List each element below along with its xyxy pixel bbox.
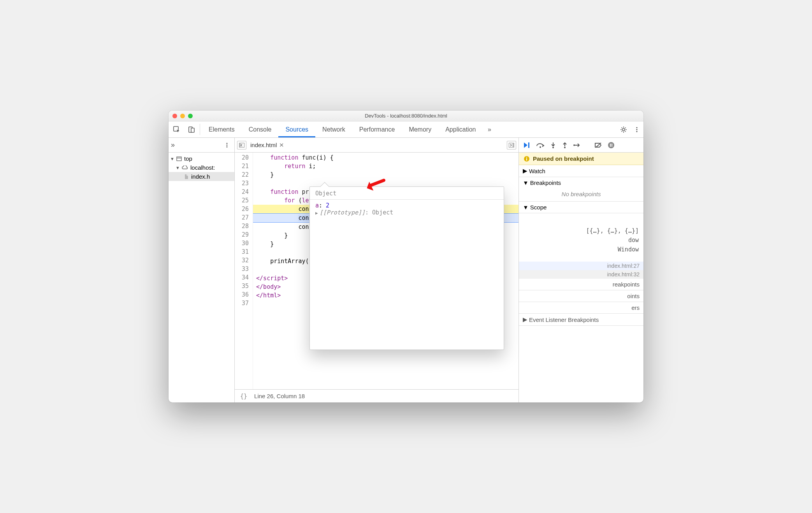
titlebar: DevTools - localhost:8080/index.html bbox=[169, 111, 643, 121]
svg-point-9 bbox=[227, 146, 228, 148]
devtools-window: DevTools - localhost:8080/index.html Ele… bbox=[169, 111, 643, 402]
svg-rect-23 bbox=[610, 144, 611, 147]
breakpoints-section[interactable]: ▼Breakpoints No breakpoints bbox=[519, 177, 643, 202]
step-icon[interactable] bbox=[573, 142, 581, 148]
section-title: Scope bbox=[530, 204, 547, 211]
line-number[interactable]: 29 bbox=[242, 230, 249, 239]
code-line[interactable]: function func(i) { bbox=[253, 153, 518, 162]
line-number[interactable]: 34 bbox=[242, 273, 249, 282]
section-title: ers bbox=[631, 304, 640, 311]
frame-icon bbox=[176, 156, 182, 161]
navigator-menu-icon[interactable] bbox=[222, 141, 232, 149]
disclosure-triangle-icon: ▼ bbox=[523, 179, 529, 186]
cloud-icon bbox=[182, 165, 188, 170]
svg-point-3 bbox=[622, 128, 625, 131]
section-title: reakpoints bbox=[613, 281, 640, 288]
step-out-icon[interactable] bbox=[562, 142, 568, 149]
settings-icon[interactable] bbox=[617, 121, 630, 137]
pause-on-exceptions-icon[interactable] bbox=[608, 142, 615, 149]
no-breakpoints-text: No breakpoints bbox=[519, 188, 643, 201]
line-number[interactable]: 30 bbox=[242, 239, 249, 248]
resume-icon[interactable] bbox=[523, 142, 531, 149]
more-tabs-button[interactable]: » bbox=[483, 121, 496, 137]
svg-rect-16 bbox=[528, 142, 529, 148]
tab-elements[interactable]: Elements bbox=[202, 121, 242, 137]
line-number[interactable]: 33 bbox=[242, 265, 249, 273]
line-number[interactable]: 23 bbox=[242, 179, 249, 188]
line-number[interactable]: 31 bbox=[242, 248, 249, 256]
info-icon bbox=[524, 156, 530, 162]
tab-console[interactable]: Console bbox=[242, 121, 279, 137]
svg-rect-26 bbox=[526, 158, 527, 160]
event-breakpoints-section[interactable]: ▶Event Listener Breakpoints bbox=[519, 314, 643, 326]
line-gutter[interactable]: 202122232425262728293031323334353637 bbox=[235, 153, 253, 389]
svg-point-27 bbox=[526, 157, 527, 158]
tree-top-frame[interactable]: ▼ top bbox=[169, 154, 234, 163]
tab-sources[interactable]: Sources bbox=[278, 121, 315, 137]
line-number[interactable]: 28 bbox=[242, 222, 249, 230]
object-prototype[interactable]: ▶[[Prototype]]: Object bbox=[315, 209, 498, 216]
tab-network[interactable]: Network bbox=[315, 121, 352, 137]
line-number[interactable]: 36 bbox=[242, 290, 249, 299]
tree-origin[interactable]: ▼ localhost: bbox=[169, 163, 234, 172]
editor-tabstrip: index.html ✕ bbox=[235, 138, 518, 153]
svg-point-5 bbox=[636, 129, 637, 130]
watch-section[interactable]: ▶Watch bbox=[519, 165, 643, 177]
file-tree: ▼ top ▼ localhost: bbox=[169, 153, 234, 183]
tab-performance[interactable]: Performance bbox=[352, 121, 402, 137]
callstack-row[interactable]: index.html:32 bbox=[519, 270, 643, 279]
global-listeners-section[interactable]: ers bbox=[519, 302, 643, 314]
line-number[interactable]: 22 bbox=[242, 170, 249, 179]
pretty-print-icon[interactable]: {} bbox=[240, 393, 247, 400]
scope-fragment: dow bbox=[519, 236, 643, 245]
divider bbox=[200, 124, 200, 135]
disclosure-triangle-icon: ▶ bbox=[523, 316, 527, 323]
svg-point-17 bbox=[540, 146, 541, 148]
xhr-breakpoints-section[interactable]: reakpoints bbox=[519, 279, 643, 290]
navigator-expand-icon[interactable]: » bbox=[171, 141, 175, 149]
kebab-menu-icon[interactable] bbox=[630, 121, 643, 137]
window-title: DevTools - localhost:8080/index.html bbox=[169, 113, 643, 119]
tab-memory[interactable]: Memory bbox=[402, 121, 438, 137]
dom-breakpoints-section[interactable]: oints bbox=[519, 290, 643, 302]
close-tab-icon[interactable]: ✕ bbox=[279, 142, 284, 149]
toggle-navigator-icon[interactable] bbox=[237, 141, 246, 149]
svg-rect-2 bbox=[191, 128, 194, 132]
callstack-row[interactable]: index.html:27 bbox=[519, 262, 643, 270]
line-number[interactable]: 25 bbox=[242, 196, 249, 205]
step-into-icon[interactable] bbox=[550, 142, 556, 149]
line-number[interactable]: 20 bbox=[242, 153, 249, 162]
svg-point-8 bbox=[227, 144, 228, 146]
tree-label: top bbox=[184, 155, 192, 162]
line-number[interactable]: 26 bbox=[242, 205, 249, 213]
file-tab-index[interactable]: index.html ✕ bbox=[250, 142, 284, 149]
code-line[interactable]: return i; bbox=[253, 162, 518, 170]
svg-point-6 bbox=[636, 131, 637, 132]
device-toolbar-icon[interactable] bbox=[185, 121, 198, 137]
line-number[interactable]: 21 bbox=[242, 162, 249, 170]
svg-rect-10 bbox=[177, 157, 181, 161]
inspect-element-icon[interactable] bbox=[169, 121, 185, 137]
line-number[interactable]: 24 bbox=[242, 188, 249, 196]
property-key: a bbox=[315, 202, 319, 209]
svg-rect-24 bbox=[612, 144, 612, 147]
svg-point-22 bbox=[608, 142, 614, 148]
prototype-label: [[Prototype]] bbox=[320, 209, 365, 216]
line-number[interactable]: 37 bbox=[242, 299, 249, 307]
code-line[interactable]: } bbox=[253, 170, 518, 179]
line-number[interactable]: 27 bbox=[242, 213, 249, 222]
line-number[interactable]: 35 bbox=[242, 282, 249, 290]
toggle-debugger-icon[interactable] bbox=[507, 141, 516, 149]
tab-application[interactable]: Application bbox=[438, 121, 483, 137]
svg-rect-13 bbox=[239, 143, 241, 147]
svg-point-20 bbox=[573, 144, 575, 146]
scope-section[interactable]: ▼Scope bbox=[519, 202, 643, 213]
step-over-icon[interactable] bbox=[536, 142, 545, 148]
scope-fragment: Window bbox=[519, 245, 643, 262]
object-property[interactable]: a: 2 bbox=[315, 202, 498, 209]
section-title: Watch bbox=[529, 168, 545, 174]
line-number[interactable]: 32 bbox=[242, 256, 249, 265]
tree-file-index[interactable]: index.h bbox=[169, 172, 234, 181]
property-value: 2 bbox=[326, 202, 329, 209]
deactivate-breakpoints-icon[interactable] bbox=[594, 142, 602, 148]
